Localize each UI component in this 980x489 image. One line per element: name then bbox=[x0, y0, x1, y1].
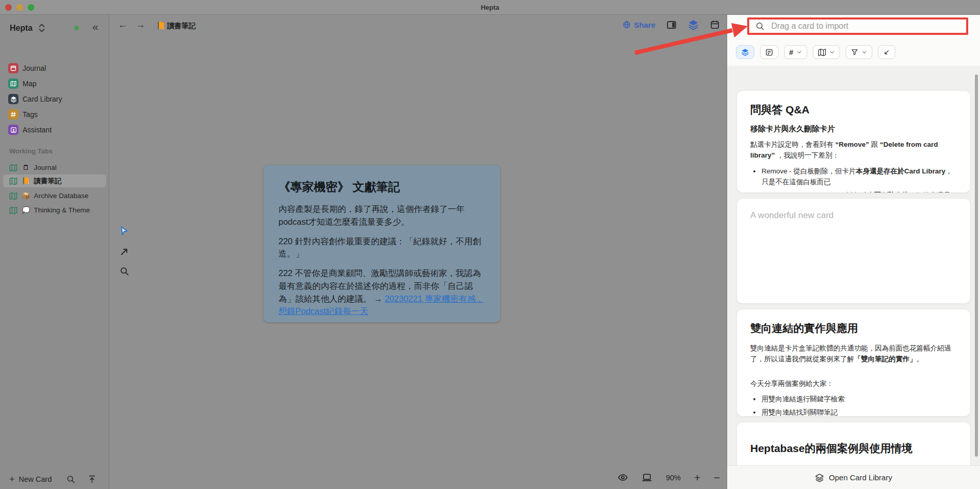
collapse-sidebar-icon[interactable]: « bbox=[92, 21, 97, 33]
whiteboard-header: ← → 📙 讀書筆記 Share bbox=[110, 15, 727, 39]
card-title: Heptabase的兩個案例與使用情境 bbox=[750, 441, 957, 456]
whiteboard-emoji: 📙 bbox=[156, 22, 165, 30]
filter-whiteboard-dropdown[interactable] bbox=[813, 45, 840, 59]
plus-icon: + bbox=[9, 475, 15, 484]
eye-icon[interactable] bbox=[617, 472, 628, 483]
sidebar-item-label: Journal bbox=[23, 64, 46, 72]
panel-scrollbar[interactable] bbox=[975, 74, 978, 457]
filter-card-library-button[interactable] bbox=[736, 45, 754, 59]
map-icon bbox=[8, 79, 18, 89]
hash-icon: # bbox=[789, 48, 793, 56]
filter-funnel-dropdown[interactable] bbox=[846, 45, 872, 59]
collapse-panel-arrow-button[interactable] bbox=[878, 45, 895, 59]
annotation-highlight-box bbox=[747, 17, 968, 35]
filter-tags-dropdown[interactable]: # bbox=[784, 45, 807, 59]
zoom-window-button[interactable] bbox=[28, 4, 34, 11]
sidebar-item-journal[interactable]: Journal bbox=[4, 62, 105, 75]
new-card-button[interactable]: + New Card bbox=[9, 475, 52, 484]
card-subtitle: 移除卡片與永久刪除卡片 bbox=[750, 124, 957, 134]
funnel-icon bbox=[851, 48, 858, 56]
whiteboard-map-icon bbox=[9, 164, 18, 172]
text-run: 點選卡片設定時，會看到有 bbox=[750, 141, 835, 148]
share-button[interactable]: Share bbox=[623, 21, 655, 29]
text-run-bold: “Remove” bbox=[835, 141, 869, 148]
sidebar-item-map[interactable]: Map bbox=[4, 77, 105, 90]
card-library-panel-icon[interactable] bbox=[688, 19, 699, 30]
open-card-library-button[interactable]: Open Card Library bbox=[727, 465, 980, 489]
card-import-panel: # 問與答 Q&A 移除卡片與永久刪除卡片 點選卡片設定時，會看到有 “Remo… bbox=[727, 15, 980, 489]
right-panel-toggle-icon[interactable] bbox=[666, 19, 677, 30]
workspace-switcher-icon[interactable] bbox=[38, 23, 46, 35]
workspace-row: Hepta « bbox=[0, 22, 109, 35]
zoom-search-tool-icon[interactable] bbox=[118, 265, 130, 277]
tab-label: Archive Database bbox=[34, 192, 89, 200]
calendar-icon[interactable] bbox=[710, 19, 720, 30]
text-run-bold: 「雙向筆記的實作」 bbox=[854, 355, 917, 363]
journal-icon bbox=[8, 63, 18, 73]
card-paragraph: 今天分享兩個案例給大家： bbox=[750, 378, 957, 389]
search-icon[interactable] bbox=[66, 475, 75, 484]
layers-icon bbox=[815, 473, 824, 482]
select-cursor-tool-icon[interactable] bbox=[118, 225, 130, 237]
zoom-level[interactable]: 90% bbox=[666, 474, 681, 482]
card-title: 雙向連結的實作與應用 bbox=[750, 321, 957, 336]
working-tab-archive-database[interactable]: 📦 Archive Database bbox=[3, 189, 106, 202]
working-tab-journal[interactable]: 🗒 Journal bbox=[3, 161, 106, 174]
card-paragraph: 點選卡片設定時，會看到有 “Remove” 跟 “Delete from car… bbox=[750, 139, 957, 161]
zoom-in-icon[interactable]: + bbox=[694, 472, 700, 483]
filter-journal-button[interactable] bbox=[760, 45, 778, 59]
close-window-button[interactable] bbox=[5, 4, 12, 11]
tab-emoji: 📙 bbox=[22, 177, 30, 185]
sidebar-item-label: Tags bbox=[23, 110, 38, 119]
bullet-text: 用雙向連結進行關鍵字檢索 bbox=[762, 394, 845, 404]
globe-icon bbox=[623, 21, 631, 29]
filter-toolbar: # bbox=[736, 45, 895, 59]
card-placeholder: A wonderful new card bbox=[750, 210, 957, 221]
tab-label: Journal bbox=[34, 164, 56, 171]
text-run: 跟 bbox=[869, 141, 880, 148]
forward-icon[interactable]: → bbox=[136, 19, 145, 30]
whiteboard-map-icon bbox=[9, 177, 18, 185]
workspace-name: Hepta bbox=[10, 24, 32, 33]
hash-icon bbox=[8, 109, 18, 120]
back-icon[interactable]: ← bbox=[118, 19, 127, 30]
whiteboard-canvas[interactable]: 《專家機密》 文獻筆記 內容產製是長期的，錄了再說，這個作者錄了一年podcas… bbox=[110, 39, 727, 489]
sidebar-item-label: Assistant bbox=[23, 126, 52, 134]
whiteboard-map-icon bbox=[9, 192, 18, 200]
working-tab-thinking-theme[interactable]: 💭 Thinking & Theme bbox=[3, 204, 106, 217]
assistant-icon bbox=[8, 125, 18, 135]
bullet-dot bbox=[753, 412, 755, 414]
library-card-new[interactable]: A wonderful new card bbox=[736, 198, 971, 304]
text-run: ，我說明一下差別： bbox=[775, 151, 839, 159]
card-import-search-input[interactable] bbox=[771, 22, 966, 31]
tab-emoji: 🗒 bbox=[22, 164, 30, 171]
share-label: Share bbox=[634, 21, 655, 29]
minimize-window-button[interactable] bbox=[16, 4, 23, 11]
window-controls bbox=[5, 4, 34, 11]
library-card-backlinks[interactable]: 雙向連結的實作與應用 雙向連結是卡片盒筆記軟體的共通功能，因為前面也花篇幅介紹過… bbox=[736, 309, 971, 417]
note-card-title: 《專家機密》 文獻筆記 bbox=[278, 179, 485, 195]
note-card-paragraph: 220 針對內容創作最重要的建議：「紀錄就好，不用創造。」 bbox=[278, 235, 485, 261]
search-icon bbox=[755, 22, 765, 31]
sidebar-item-label: Map bbox=[23, 80, 36, 88]
tab-emoji: 📦 bbox=[22, 192, 30, 200]
heptabase-app: Hepta Hepta « Journal Map bbox=[0, 0, 980, 489]
sidebar-item-card-library[interactable]: Card Library bbox=[4, 92, 105, 106]
card-icon bbox=[765, 48, 773, 56]
card-bullet: Remove - 從白板刪除，但卡片本身還是存在於Card Library，只是… bbox=[750, 166, 957, 188]
zoom-out-icon[interactable]: − bbox=[714, 472, 720, 483]
sidebar-bottom-bar: + New Card bbox=[0, 469, 109, 489]
sidebar-item-assistant[interactable]: Assistant bbox=[4, 123, 105, 136]
library-card-qa[interactable]: 問與答 Q&A 移除卡片與永久刪除卡片 點選卡片設定時，會看到有 “Remove… bbox=[736, 90, 971, 193]
library-card-heptabase-cases[interactable]: Heptabase的兩個案例與使用情境 謝謝你閱讀到這邊！ 如果有跟著這份Hep… bbox=[736, 422, 971, 465]
working-tab-reading-notes[interactable]: 📙 讀書筆記 bbox=[3, 174, 106, 187]
text-run: 。 bbox=[916, 355, 924, 363]
arrow-connect-tool-icon[interactable] bbox=[118, 245, 130, 258]
tab-emoji: 💭 bbox=[22, 206, 30, 214]
import-icon[interactable] bbox=[88, 475, 96, 484]
card-bullet: Delete from card library - 可以想成真正刪除卡片，但其… bbox=[750, 190, 957, 193]
sidebar-item-tags[interactable]: Tags bbox=[4, 108, 105, 121]
presentation-icon[interactable] bbox=[642, 472, 652, 483]
text-run: Delete from card library - 可以想成 bbox=[762, 191, 867, 193]
canvas-note-card[interactable]: 《專家機密》 文獻筆記 內容產製是長期的，錄了再說，這個作者錄了一年podcas… bbox=[264, 165, 500, 322]
